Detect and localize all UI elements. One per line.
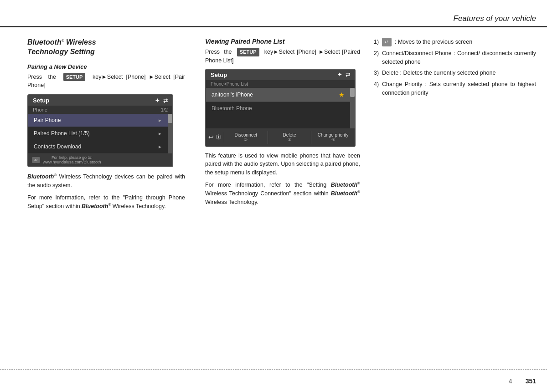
footer: 4 351 — [0, 369, 547, 392]
header-bar: Features of your vehicle — [0, 0, 547, 27]
btn-num-1: ① — [216, 133, 222, 141]
list-item-4: 4) Change Priority : Sets currently sele… — [374, 80, 536, 97]
list-num-2: 2) — [374, 49, 379, 58]
scrollbar-thumb — [168, 114, 172, 123]
below-screen-text-2: For more information, refer to the "Pair… — [27, 193, 185, 211]
device-empty-area — [206, 115, 350, 128]
device-menu-item-2: Paired Phone List (1/5) ► — [28, 127, 168, 140]
phone-name: anitooni's iPhone — [212, 92, 253, 98]
back-icon: ↩ — [208, 133, 214, 141]
arrow-icon-left: ⇄ — [163, 97, 168, 104]
btn-num-2: ② — [225, 137, 267, 142]
device-header-mid: Setup ✦ ⇄ — [206, 70, 355, 80]
device-menu-item-1: Pair Phone ► — [28, 114, 168, 127]
device-page-num-left: 1/2 — [161, 107, 168, 112]
device-btn-row: ↩ ① Disconnect ② Delete ③ Change priorit… — [206, 128, 355, 146]
list-num-4: 4) — [374, 80, 379, 89]
back-btn-left: ↵ — [32, 157, 40, 163]
btn-num-3: ③ — [269, 137, 310, 142]
back-btn-icon: ↵ — [382, 39, 392, 45]
viewing-title: Viewing Paired Phone List — [205, 38, 360, 45]
mid-ref-text: For more information, refer to the "Sett… — [205, 181, 360, 207]
menu-arrow-2: ► — [158, 131, 162, 136]
device-title-left: Setup — [33, 97, 49, 104]
device-menu-items: Pair Phone ► Paired Phone List (1/5) ► C… — [28, 114, 168, 153]
device-menu-area: Pair Phone ► Paired Phone List (1/5) ► C… — [28, 114, 172, 153]
list-item-1: 1) ↵ : Moves to the previous screen — [374, 38, 536, 46]
below-screen-text-1: Bluetooth® Wireless Technology devices c… — [27, 173, 185, 190]
device-header-icons-mid: ✦ ⇄ — [337, 71, 350, 78]
delete-btn: Delete ③ — [268, 131, 312, 144]
footer-divider — [519, 376, 519, 387]
device-subheader-left: Phone 1/2 — [28, 106, 172, 114]
device-footer-left: ↵ For help, please go to: www.hyundaiusa… — [28, 153, 172, 166]
setup-badge-mid: SETUP — [237, 48, 259, 56]
disconnect-btn: Disconnect ② — [224, 131, 268, 144]
bluetooth-text: Bluetooth — [27, 38, 62, 46]
device-scrollbar-mid — [350, 88, 355, 128]
list-item-2: 2) Connect/Disconnect Phone : Connect/ d… — [374, 49, 536, 66]
change-priority-btn: Change priority ④ — [311, 131, 355, 144]
footer-chapter: 4 — [509, 377, 512, 385]
device-subheader-text-left: Phone — [33, 107, 47, 112]
device-screen-left: Setup ✦ ⇄ Phone 1/2 Pair Phone ► Paired — [27, 94, 173, 167]
device-phones-area: anitooni's iPhone ★ Bluetooth Phone — [206, 88, 355, 128]
page-title: Features of your vehicle — [454, 14, 536, 23]
footer-help-text: For help, please go to: — [43, 155, 101, 160]
main-section-title: Bluetooth® WirelessTechnology Setting — [27, 38, 185, 57]
setup-badge-left: SETUP — [63, 73, 86, 81]
scrollbar-thumb-mid — [350, 88, 355, 97]
numbered-list: 1) ↵ : Moves to the previous screen 2) C… — [374, 38, 536, 97]
device-scrollbar-left — [168, 114, 172, 153]
arrow-icon-mid: ⇄ — [346, 71, 350, 78]
device-back-btn: ↩ ① — [206, 132, 224, 143]
device-phone-item-2: Bluetooth Phone — [206, 102, 350, 115]
footer-help: For help, please go to: www.hyundaiusa.c… — [43, 155, 101, 164]
footer-page-num: 351 — [526, 377, 536, 385]
list-item-3: 3) Delete : Deletes the currently select… — [374, 69, 536, 77]
pairing-heading: Pairing a New Device — [27, 63, 185, 70]
list-num-1: 1) — [374, 38, 379, 46]
phone-type: Bluetooth Phone — [212, 105, 252, 112]
phone-star: ★ — [339, 91, 345, 98]
viewing-instructions: Press the SETUP key►Select [Phone] ►Sele… — [205, 48, 360, 65]
menu-arrow-1: ► — [158, 118, 162, 123]
footer-help-url: www.hyundaiusa.com/Bluetooth — [43, 160, 101, 164]
content-area: Bluetooth® WirelessTechnology Setting Pa… — [0, 29, 547, 369]
device-header-icons-left: ✦ ⇄ — [155, 97, 168, 104]
mid-column: Viewing Paired Phone List Press the SETU… — [196, 29, 369, 369]
device-menu-item-3: Contacts Download ► — [28, 140, 168, 153]
pairing-instructions: Press the SETUP key►Select [Phone] ►Sele… — [27, 73, 185, 90]
device-header-left: Setup ✦ ⇄ — [28, 95, 172, 106]
device-screen-mid: Setup ✦ ⇄ Phone>Phone List anitooni's iP… — [205, 69, 356, 147]
device-phone-list: anitooni's iPhone ★ Bluetooth Phone — [206, 88, 350, 128]
list-num-3: 3) — [374, 69, 379, 77]
left-column: Bluetooth® WirelessTechnology Setting Pa… — [0, 29, 196, 369]
bt-icon-mid: ✦ — [337, 71, 342, 78]
mid-body-text: This feature is used to view mobile phon… — [205, 152, 360, 177]
device-title-mid: Setup — [211, 71, 227, 78]
device-subheader-mid: Phone>Phone List — [206, 80, 355, 88]
btn-num-4: ④ — [312, 137, 354, 142]
menu-arrow-3: ► — [158, 144, 162, 149]
bt-icon-left: ✦ — [155, 97, 160, 104]
device-phone-item-1: anitooni's iPhone ★ — [206, 88, 350, 102]
device-subheader-text-mid: Phone>Phone List — [211, 81, 248, 87]
right-column: 1) ↵ : Moves to the previous screen 2) C… — [369, 29, 547, 369]
